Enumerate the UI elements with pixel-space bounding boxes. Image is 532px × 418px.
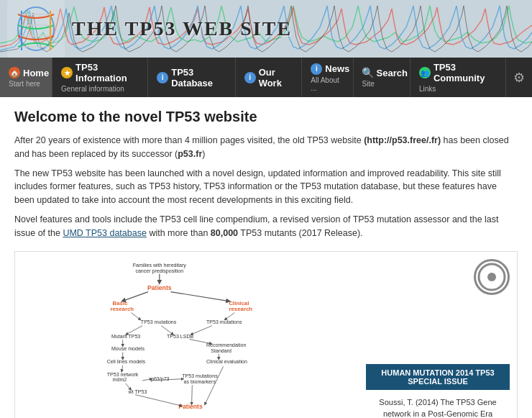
info-icon-news: i	[311, 63, 322, 75]
nav-tp53info-sub: General information	[61, 85, 124, 93]
network-svg: Families with hereditary cancer predispo…	[22, 259, 359, 417]
community-icon: 👥	[419, 67, 431, 78]
site-title: THE TP53 WEB SITE	[72, 17, 292, 40]
svg-text:TP53 LSDB: TP53 LSDB	[167, 334, 194, 339]
page-title: Welcome to the novel TP53 website	[14, 109, 518, 125]
nav-home-sub: Start here	[9, 80, 40, 88]
svg-text:as biomarkers: as biomarkers	[184, 379, 216, 384]
svg-text:TP53 mutations: TP53 mutations	[182, 373, 218, 378]
special-issue-label: HUMAN MUTATION 2014 TP53 SPECIAL ISSUE	[381, 368, 494, 386]
svg-text:research: research	[110, 306, 134, 313]
info-icon-work: i	[244, 72, 256, 83]
svg-text:Recommendation: Recommendation	[206, 342, 246, 347]
dna-icon	[7, 0, 65, 58]
svg-text:Patients: Patients	[147, 284, 172, 291]
main-content: Welcome to the novel TP53 website After …	[0, 97, 532, 418]
intro-paragraph-3: Novel features and tools include the TP5…	[14, 213, 518, 240]
nav-community-label: TP53 Community	[434, 62, 497, 83]
circle-logo	[474, 259, 510, 295]
svg-line-49	[205, 367, 224, 405]
nav-news-label: News	[325, 63, 349, 74]
nav-ourwork-label: Our Work	[259, 67, 293, 88]
svg-line-39	[191, 326, 212, 335]
nav-item-search[interactable]: 🔍 Search Site	[354, 58, 411, 97]
nav-item-tp53-info[interactable]: ★ TP53 Information General information	[52, 58, 148, 97]
svg-line-36	[224, 313, 234, 320]
umd-link[interactable]: UMD TP53 database	[63, 228, 147, 238]
nav-community-sub: Links	[419, 85, 436, 93]
svg-line-50	[135, 395, 182, 406]
svg-line-14	[171, 292, 231, 301]
svg-text:Families with hereditary: Families with hereditary	[133, 263, 187, 268]
svg-text:Mouse models: Mouse models	[111, 347, 145, 352]
special-issue-box[interactable]: HUMAN MUTATION 2014 TP53 SPECIAL ISSUE	[366, 364, 510, 390]
svg-text:TP53 mutations: TP53 mutations	[141, 320, 177, 325]
navigation-bar: 🏠 Home Start here ★ TP53 Information Gen…	[0, 58, 532, 97]
nav-search-sub: Site	[362, 80, 375, 88]
intro-paragraph-1: After 20 years of existence with more th…	[14, 134, 518, 161]
citation: Soussi, T. (2014) The TP53 Gene network …	[379, 398, 496, 417]
svg-text:Cell lines models: Cell lines models	[107, 360, 146, 365]
svg-line-35	[132, 313, 141, 320]
search-icon: 🔍	[362, 67, 374, 78]
network-diagram: Families with hereditary cancer predispo…	[22, 259, 359, 418]
svg-line-48	[192, 385, 193, 405]
diagram-section: Families with hereditary cancer predispo…	[14, 251, 518, 418]
citation-text: Soussi, T. (2014) The TP53 Gene network …	[366, 397, 510, 418]
svg-text:Standard: Standard	[211, 348, 231, 353]
svg-text:mdm2: mdm2	[113, 378, 127, 383]
intro-paragraph-2: The new TP53 website has been launched w…	[14, 167, 518, 207]
nav-item-tp53-db[interactable]: i TP53 Database	[148, 58, 235, 97]
svg-text:TP53 network: TP53 network	[107, 372, 139, 377]
nav-item-news[interactable]: i News All About ...	[302, 58, 353, 97]
star-icon: ★	[61, 67, 73, 78]
nav-item-our-work[interactable]: i Our Work	[236, 58, 303, 97]
header-banner: THE TP53 WEB SITE	[0, 0, 532, 58]
home-icon: 🏠	[9, 67, 20, 78]
svg-text:cancer predisposition: cancer predisposition	[135, 268, 183, 274]
nav-news-sub: All About ...	[311, 76, 344, 92]
svg-text:Patients: Patients	[178, 403, 203, 410]
nav-item-home[interactable]: 🏠 Home Start here	[0, 58, 52, 97]
svg-line-40	[189, 340, 211, 344]
svg-text:TP53 mutations: TP53 mutations	[206, 320, 242, 325]
nav-search-label: Search	[377, 68, 408, 78]
sidebar-right: HUMAN MUTATION 2014 TP53 SPECIAL ISSUE S…	[366, 259, 510, 418]
old-url: http://p53.free/.fr	[367, 135, 438, 145]
svg-text:wt TP53: wt TP53	[128, 389, 147, 394]
svg-text:p63/p73: p63/p73	[151, 376, 170, 382]
nav-tp53db-label: TP53 Database	[171, 67, 226, 88]
gear-icon: ⚙	[513, 70, 525, 86]
nav-tp53info-label: TP53 Information	[75, 62, 139, 83]
svg-text:research: research	[229, 306, 252, 313]
svg-point-52	[487, 273, 496, 281]
nav-item-community[interactable]: 👥 TP53 Community Links	[411, 58, 506, 97]
svg-text:Clinical evaluation: Clinical evaluation	[206, 360, 247, 365]
settings-button[interactable]: ⚙	[506, 58, 532, 97]
svg-line-43	[121, 365, 123, 372]
info-icon-db: i	[157, 72, 168, 83]
nav-home-label: Home	[23, 68, 49, 78]
